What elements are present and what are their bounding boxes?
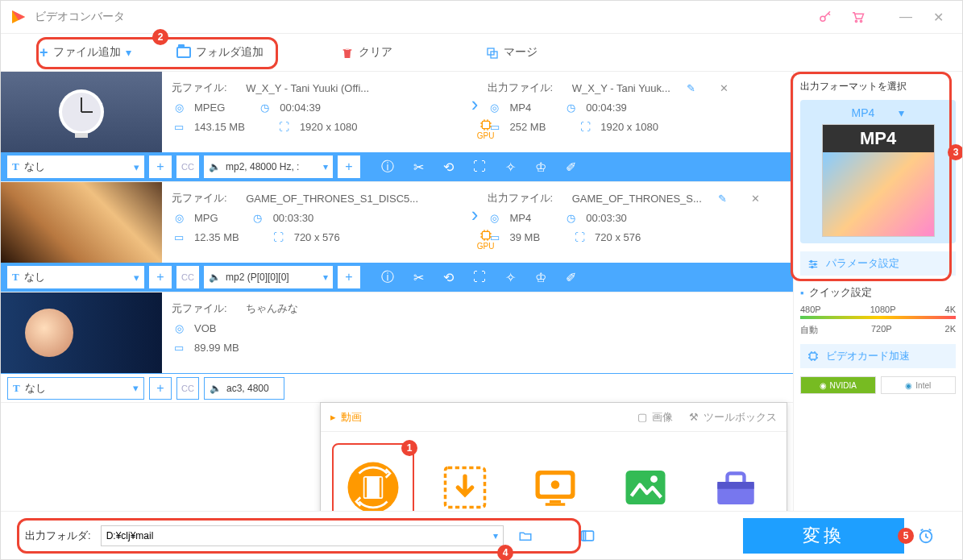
edit-pen-icon[interactable]: ✐ [566, 160, 576, 175]
cc-button[interactable]: CC [176, 156, 199, 178]
cut-icon[interactable]: ✂ [413, 270, 424, 285]
license-key-icon[interactable] [809, 5, 841, 29]
toolbox-icon [708, 459, 764, 511]
snapshot-button[interactable] [579, 527, 596, 544]
gpu-chip-icon: GPU [475, 118, 497, 141]
edit-icon[interactable]: ✎ [718, 193, 727, 205]
tab-image[interactable]: ▢画像 [637, 410, 673, 425]
info-icon[interactable]: ⓘ [381, 159, 394, 176]
folder-icon: ▭ [172, 121, 186, 133]
cart-icon[interactable] [841, 5, 874, 29]
subtitle-select[interactable]: Tなし▾ [7, 156, 144, 178]
cut-icon[interactable]: ✂ [413, 160, 424, 175]
thumbnail[interactable] [1, 292, 162, 373]
parameter-settings-button[interactable]: パラメータ設定 [800, 251, 956, 276]
app-logo-icon [9, 7, 28, 27]
annotation-badge-2: 2 [152, 29, 168, 45]
add-subtitle-button[interactable]: + [149, 377, 172, 400]
svg-rect-11 [482, 231, 489, 239]
rotate-icon[interactable]: ⟲ [443, 160, 454, 175]
add-audio-button[interactable]: + [338, 266, 360, 288]
format-preview[interactable]: MP4 [822, 124, 935, 237]
nvidia-badge: ◉NVIDIA [800, 376, 876, 394]
item-action-bar: Tなし▾ + CC 🔈mp2, 48000 Hz, :▾ + ⓘ ✂ ⟲ ⛶ ✧… [1, 152, 793, 181]
arrow-right-icon: › [471, 202, 479, 227]
close-icon[interactable]: ✕ [751, 193, 760, 205]
info-icon[interactable]: ⓘ [381, 269, 394, 286]
add-file-button[interactable]: + ファイル追加 ▾ [33, 41, 138, 64]
bottom-bar: 4 出力フォルダ: D:¥clj¥mail▾ 変換 5 [1, 511, 962, 559]
chevron-down-icon: ▾ [899, 106, 904, 119]
add-subtitle-button[interactable]: + [149, 156, 172, 178]
svg-point-19 [551, 480, 560, 489]
format-box: MP4▾ MP4 [800, 100, 956, 243]
quick-settings-title: ▪クイック設定 [800, 285, 956, 300]
tab-toolbox[interactable]: ⚒ツールボックス [689, 410, 777, 425]
trash-icon [341, 45, 354, 59]
svg-rect-21 [546, 503, 566, 506]
cc-button[interactable]: CC [176, 266, 199, 288]
tool-toolbox[interactable]: ツールボックス [696, 443, 775, 511]
download-icon [437, 459, 493, 511]
tool-convert[interactable]: 1 変換 [332, 443, 414, 511]
edit-icon[interactable]: ✎ [687, 82, 695, 94]
effect-icon[interactable]: ✧ [505, 270, 516, 285]
schedule-button[interactable] [914, 526, 938, 545]
add-subtitle-button[interactable]: + [149, 266, 172, 288]
tab-video[interactable]: ▸動画 [330, 410, 362, 425]
main-toolbar: + ファイル追加 ▾ フォルダ追加 クリア マージ 2 [1, 33, 962, 72]
item-action-bar: Tなし▾ + CC 🔈mp2 (P[0][0][0]▾ + ⓘ ✂ ⟲ ⛶ ✧ … [1, 263, 793, 292]
svg-point-2 [860, 20, 861, 22]
quality-scale-top: 480P1080P4K [800, 305, 956, 314]
tool-record[interactable]: 録画 [516, 443, 595, 511]
output-folder-input[interactable]: D:¥clj¥mail▾ [101, 525, 504, 546]
svg-point-1 [855, 20, 857, 22]
subtitle-select[interactable]: Tなし▾ [7, 377, 144, 400]
tool-download[interactable]: ダウンロード [425, 443, 504, 511]
format-select[interactable]: MP4▾ [807, 106, 949, 119]
effect-icon[interactable]: ✧ [505, 160, 516, 175]
watermark-icon[interactable]: ♔ [535, 270, 546, 285]
svg-point-0 [820, 16, 825, 21]
output-folder-label: 出力フォルダ: [25, 529, 91, 543]
source-info: 元ファイル: GAME_OF_THRONES_S1_DISC5... ◎MPG◷… [162, 182, 478, 263]
thumbnail[interactable] [1, 72, 162, 152]
merge-button[interactable]: マージ [479, 42, 544, 63]
quality-scale-bottom: 自動720P2K [800, 324, 956, 336]
edit-pen-icon[interactable]: ✐ [566, 270, 576, 285]
chevron-down-icon[interactable]: ▾ [493, 530, 498, 541]
gpu-accel-button[interactable]: ビデオカード加速 [800, 344, 956, 368]
browse-folder-button[interactable] [513, 525, 538, 546]
quality-slider[interactable] [800, 316, 956, 319]
thumbnail[interactable] [1, 182, 162, 263]
convert-button[interactable]: 変換 [743, 518, 904, 554]
file-list: 元ファイル: W_X_Y - Tani Yuuki (Offi... ◎MPEG… [1, 72, 793, 511]
add-folder-button[interactable]: フォルダ追加 [170, 42, 270, 63]
cc-button[interactable]: CC [176, 377, 199, 400]
audio-select[interactable]: 🔈mp2, 48000 Hz, :▾ [204, 156, 333, 178]
svg-rect-22 [626, 471, 666, 504]
crop-icon[interactable]: ⛶ [473, 270, 486, 284]
chevron-down-icon[interactable]: ▾ [126, 46, 131, 59]
audio-select[interactable]: 🔈ac3, 4800 [204, 377, 284, 400]
gpu-chip-icon: GPU [475, 229, 497, 251]
svg-point-31 [811, 266, 813, 268]
list-item: 元ファイル: ちゃんみな ◎VOB ▭89.99 MB Tなし▾ + CC 🔈a… [1, 292, 793, 403]
rotate-icon[interactable]: ⟲ [443, 270, 454, 285]
subtitle-select[interactable]: Tなし▾ [7, 266, 144, 288]
add-audio-button[interactable]: + [338, 156, 360, 178]
clear-button[interactable]: クリア [334, 42, 399, 63]
output-info: 出力ファイル: GAME_OF_THRONES_S...✎✕ ◎MP4◷00:0… [478, 182, 794, 263]
tools-popup: ▸動画 ▢画像 ⚒ツールボックス 1 変換 [320, 402, 787, 511]
svg-point-23 [650, 475, 658, 483]
svg-rect-34 [583, 531, 586, 541]
plus-icon: + [39, 44, 48, 61]
close-icon[interactable]: ✕ [720, 82, 728, 94]
tool-gif[interactable]: GIF作成 [606, 443, 685, 511]
crop-icon[interactable]: ⛶ [473, 160, 486, 174]
watermark-icon[interactable]: ♔ [535, 160, 546, 175]
close-button[interactable]: ✕ [922, 5, 954, 29]
audio-select[interactable]: 🔈mp2 (P[0][0][0]▾ [204, 266, 333, 288]
minimize-button[interactable]: — [890, 5, 922, 29]
svg-rect-32 [810, 353, 816, 359]
